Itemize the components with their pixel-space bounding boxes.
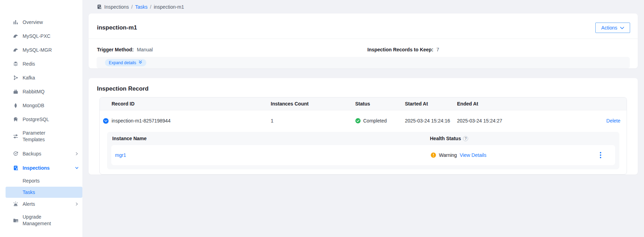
record-id-cell: inspection-m1-8257198944 (112, 118, 271, 124)
trigger-method-field: Trigger Method: Manual (97, 47, 367, 52)
sidebar-item-parameter-templates[interactable]: Parameter Templates (0, 126, 82, 146)
backup-restore-icon (13, 151, 18, 156)
expand-details-button[interactable]: Expand details (105, 59, 146, 66)
mysql-dolphin-icon (13, 47, 18, 53)
sidebar-item-label: Kafka (23, 75, 65, 81)
expanded-instances-panel: Instance Name Health Status ? mgr1 Warni… (107, 132, 619, 169)
inspection-doc-magnifier-icon (97, 4, 102, 9)
sidebar-item-tasks[interactable]: Tasks (6, 187, 82, 198)
section-title: Inspection Record (89, 78, 638, 92)
table-row: inspection-m1-8257198944 1 Completed 202… (100, 110, 627, 131)
instance-row: mgr1 Warning View Details (111, 145, 615, 165)
sidebar-item-alerts[interactable]: Alerts (0, 198, 82, 210)
health-status-label: Warning (439, 152, 457, 158)
record-table-header: Record ID Instances Count Status Started… (100, 98, 627, 110)
col-instance-name: Instance Name (112, 136, 430, 141)
mysql-dolphin-icon (13, 33, 18, 39)
started-at-cell: 2025-03-24 15:24:16 (405, 118, 457, 124)
main-content: Inspections / Tasks / inspection-m1 insp… (82, 0, 644, 237)
chevron-down-icon (75, 166, 79, 170)
expand-details-strip: Expand details (97, 57, 630, 68)
sidebar-item-label: Backups (23, 151, 65, 157)
alarm-siren-icon (13, 201, 18, 207)
sidebar-item-label: MySQL-MGR (23, 47, 65, 53)
breadcrumb-root: Inspections (104, 4, 129, 10)
col-health-status: Health Status (430, 136, 461, 141)
status-label: Completed (363, 118, 387, 124)
sidebar-item-reports[interactable]: Reports (0, 175, 82, 187)
health-status-cell: Warning View Details (431, 152, 597, 158)
sidebar-item-label: PostgreSQL (23, 116, 65, 123)
ended-at-cell: 2025-03-24 15:24:27 (457, 118, 595, 124)
sidebar-item-mongodb[interactable]: MongoDB (0, 99, 82, 112)
inspection-doc-magnifier-icon (13, 165, 18, 171)
chevron-right-icon (75, 202, 79, 206)
actions-button-label: Actions (601, 25, 617, 31)
page-title: inspection-m1 (97, 24, 137, 31)
actions-button[interactable]: Actions (595, 23, 630, 33)
sidebar-item-label: MySQL-PXC (23, 33, 65, 40)
delete-record-link[interactable]: Delete (606, 118, 620, 124)
sidebar-item-label: Alerts (23, 201, 65, 208)
sidebar-item-label: Tasks (23, 189, 35, 195)
inspection-record-card: Inspection Record Record ID Instances Co… (89, 78, 638, 175)
sidebar-item-mysql-mgr[interactable]: MySQL-MGR (0, 43, 82, 57)
col-ended-at: Ended At (457, 101, 595, 107)
warning-circle-icon (431, 152, 436, 158)
records-to-keep-field: Inspection Records to Keep: 7 (367, 47, 439, 52)
sidebar-item-label: Reports (23, 178, 40, 184)
breadcrumb-current: inspection-m1 (154, 4, 184, 10)
breadcrumb-separator: / (150, 4, 152, 10)
check-circle-icon (355, 118, 361, 124)
rabbitmq-icon (13, 89, 18, 94)
kafka-icon (13, 75, 18, 81)
chevron-right-icon (75, 152, 79, 156)
task-header-card: inspection-m1 Actions Trigger Method: Ma… (89, 14, 638, 68)
sidebar-item-inspections[interactable]: Inspections (0, 161, 82, 175)
sidebar-item-label: MongoDB (23, 102, 65, 109)
chevron-down-circle-icon (103, 118, 109, 124)
field-value: 7 (437, 47, 439, 52)
sidebar-item-label: Overview (23, 19, 65, 26)
instance-name-link[interactable]: mgr1 (115, 152, 126, 158)
sidebar-item-upgrade-management[interactable]: Upgrade Management (0, 210, 82, 230)
bar-chart-icon (13, 19, 18, 25)
field-value: Manual (137, 47, 153, 52)
sidebar-item-mysql-pxc[interactable]: MySQL-PXC (0, 29, 82, 43)
field-label: Trigger Method: (97, 47, 134, 52)
sidebar: Overview MySQL-PXC MySQL-MGR Redis Kafka… (0, 0, 82, 237)
record-table: Record ID Instances Count Status Started… (99, 97, 627, 175)
col-record-id: Record ID (112, 101, 271, 107)
sidebar-item-redis[interactable]: Redis (0, 57, 82, 71)
field-label: Inspection Records to Keep: (367, 47, 433, 52)
sidebar-item-backups[interactable]: Backups (0, 146, 82, 161)
view-details-link[interactable]: View Details (460, 152, 487, 158)
sidebar-item-kafka[interactable]: Kafka (0, 71, 82, 85)
redis-stack-icon (13, 61, 18, 67)
sliders-icon (13, 134, 18, 139)
sidebar-item-overview[interactable]: Overview (0, 15, 82, 29)
sidebar-item-label: Upgrade Management (23, 214, 65, 227)
breadcrumb-link-tasks[interactable]: Tasks (135, 4, 148, 10)
sidebar-item-rabbitmq[interactable]: RabbitMQ (0, 85, 82, 99)
mongodb-leaf-icon (13, 103, 18, 108)
folder-gear-icon (13, 218, 18, 223)
instances-table-header: Instance Name Health Status ? (107, 132, 619, 145)
sidebar-item-label: Parameter Templates (23, 130, 65, 143)
breadcrumb: Inspections / Tasks / inspection-m1 (82, 0, 644, 14)
col-status: Status (355, 101, 405, 107)
col-started-at: Started At (405, 101, 457, 107)
task-detail-fields: Trigger Method: Manual Inspection Record… (89, 39, 638, 52)
sidebar-item-label: Inspections (23, 165, 65, 171)
breadcrumb-separator: / (131, 4, 133, 10)
expand-details-label: Expand details (109, 60, 136, 65)
sidebar-item-label: RabbitMQ (23, 88, 65, 95)
sidebar-item-label: Redis (23, 61, 65, 67)
double-chevron-down-icon (138, 60, 142, 65)
question-circle-icon[interactable]: ? (463, 136, 468, 141)
postgresql-elephant-icon (13, 117, 18, 122)
chevron-down-icon (620, 25, 624, 31)
collapse-row-button[interactable] (100, 118, 112, 124)
kebab-menu-icon[interactable] (597, 152, 604, 158)
sidebar-item-postgresql[interactable]: PostgreSQL (0, 112, 82, 126)
